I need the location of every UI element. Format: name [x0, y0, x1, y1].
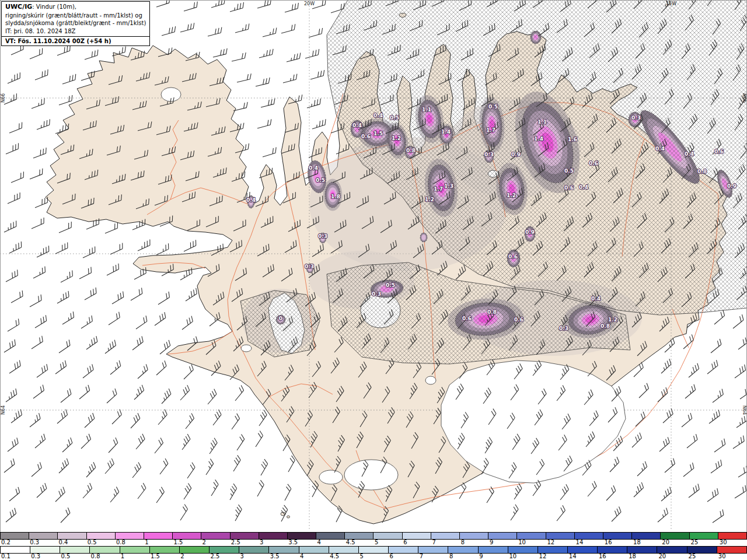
- valid-time: VT: Fös. 11.10.2024 00Z (+54 h): [2, 36, 149, 45]
- precip-value-label: 0.5: [488, 104, 498, 110]
- precip-value-label: 1.2: [425, 197, 434, 202]
- legend-tick-label: 2: [179, 554, 184, 559]
- legend-color-box: [259, 532, 288, 540]
- lake: [241, 345, 252, 352]
- legend-tick-label: 12: [546, 540, 554, 545]
- precip-value-label: 0.6: [589, 160, 598, 166]
- legend-tick-label: 7: [418, 554, 423, 559]
- legend-tick-label: 25: [690, 540, 699, 545]
- legend-tick-label: 6: [402, 540, 407, 545]
- legend-tick-row: 0.20.30.40.50.811.522.533.544.5567891012…: [0, 540, 747, 546]
- legend-tick-label: 30: [718, 540, 727, 545]
- precip-value-label: 0.5: [386, 282, 395, 288]
- precip-value-label: 1.4: [441, 129, 451, 135]
- snow-legend-description: slydda/snjókoma (grátt/bleikt/grænt - mm…: [5, 19, 146, 27]
- legend-tick-label: 4.5: [345, 540, 355, 545]
- legend-tick-label: 3: [259, 540, 263, 545]
- precip-value-label: 0.4: [655, 146, 665, 152]
- legend-tick-label: 6: [389, 554, 393, 559]
- legend-tick-label: 2.5: [230, 540, 240, 545]
- longitude-label: 15W: [666, 1, 676, 6]
- precip-value-label: 1.1: [537, 119, 547, 125]
- legend-tick-label: 18: [627, 554, 636, 559]
- legend-tick-label: 0.4: [57, 540, 68, 545]
- precip-value-label: 0.3: [305, 264, 314, 270]
- legend-tick-label: 1.5: [172, 540, 183, 545]
- precip-value-label: 0.3: [631, 115, 641, 121]
- legend-tick-label: 4.5: [329, 554, 339, 559]
- legend-tick-label: 0.1: [0, 554, 11, 559]
- precip-value-label: 0.8: [601, 323, 610, 329]
- legend-tick-label: 12: [538, 554, 547, 559]
- precip-value-label: 0.4: [246, 197, 256, 203]
- legend-tick-label: 0.3: [30, 554, 40, 559]
- legend-tick-label: 16: [598, 554, 606, 559]
- precip-value-label: 0.4: [591, 296, 601, 302]
- precip-value-label: 1.4: [534, 136, 543, 142]
- legend-color-box: [120, 546, 150, 554]
- precip-value-label: 0.4: [685, 151, 694, 157]
- model-info-box: UWC/IG: Vindur (10m), rigning/skúrir (gr…: [1, 1, 150, 46]
- legend-tick-label: 4: [299, 554, 303, 559]
- legend-color-box: [180, 546, 210, 554]
- legend-tick-label: 3: [239, 554, 244, 559]
- legend-tick-label: 10: [517, 540, 526, 545]
- legend-tick-label: 3.5: [287, 540, 298, 545]
- precip-value-label: 0.5: [390, 115, 399, 121]
- latitude-label: N66: [742, 93, 747, 103]
- legend-tick-label: 1: [144, 540, 148, 545]
- legend-tick-label: 7: [431, 540, 435, 545]
- legend-tick-label: 1: [120, 554, 124, 559]
- legend-color-box: [299, 546, 329, 554]
- precip-value-label: 0.3: [559, 326, 568, 331]
- legend-tick-label: 25: [687, 554, 696, 559]
- legend-tick-label: 20: [661, 540, 669, 545]
- legend-tick-label: 16: [603, 540, 612, 545]
- legend-tick-label: 0.3: [29, 540, 39, 545]
- longitude-label: 20W: [304, 1, 315, 6]
- legend-tick-label: 5: [358, 554, 363, 559]
- legend-tick-label: 0.8: [115, 540, 125, 545]
- precip-value-label: 0.6: [508, 254, 518, 260]
- precip-value-label: 0.8: [697, 169, 707, 174]
- model-title-line: UWC/IG: Vindur (10m),: [5, 3, 146, 12]
- precip-value-label: 1.7: [486, 127, 495, 133]
- precip-value-label: 0.6: [564, 185, 574, 191]
- island-vestmannaeyjar: [287, 516, 290, 518]
- precip-value-label: 1.3: [444, 183, 453, 189]
- precip-value-label: 0.3: [372, 291, 381, 297]
- latitude-label: N64: [742, 405, 747, 415]
- precip-value-label: 0: [279, 316, 282, 321]
- model-name: UWC/IG: [5, 3, 32, 10]
- precip-value-label: 0.6: [514, 317, 523, 323]
- precip-value-label: 0.4: [352, 123, 362, 128]
- legend-tick-label: 14: [575, 540, 584, 545]
- legend-tick-label: 30: [717, 554, 726, 559]
- glacier-myrdalsjokull: [344, 460, 398, 490]
- legend-tick-label: 4: [316, 540, 321, 545]
- latitude-label: N64: [1, 405, 6, 415]
- precip-value-label: 1.2: [507, 192, 516, 198]
- legend-tick-label: 3.5: [269, 554, 280, 559]
- legend: 0.20.30.40.50.811.522.533.544.5567891012…: [0, 532, 747, 560]
- legend-tick-label: 9: [478, 554, 483, 559]
- legend-tick-label: 2: [201, 540, 206, 545]
- precip-value-label: 0.9: [525, 229, 535, 235]
- precip-value-label: 0.3: [484, 152, 494, 158]
- legend-tick-label: 14: [568, 554, 577, 559]
- precip-value-label: 0.9: [511, 152, 521, 158]
- legend-color-box: [448, 546, 478, 554]
- model-variable: : Vindur (10m),: [32, 4, 76, 10]
- precip-value-label: 0.6: [361, 134, 371, 139]
- precip-value-label: 1.6: [568, 136, 577, 142]
- map-canvas: 0.40.40.50.61.51.20.81.11.41.21.71.30.51…: [0, 0, 747, 560]
- latitude-label: N66: [1, 93, 6, 103]
- legend-tick-label: 0.8: [90, 554, 100, 559]
- legend-tick-label: 2.5: [209, 554, 219, 559]
- init-time: IT: þri. 08. 10. 2024 18Z: [5, 27, 146, 35]
- legend-tick-label: 8: [460, 540, 465, 545]
- lake: [425, 376, 436, 384]
- precip-value-label: 1.8: [331, 194, 340, 200]
- precip-value-label: 0.5: [316, 177, 325, 183]
- precip-value-label: 0.6: [714, 149, 724, 155]
